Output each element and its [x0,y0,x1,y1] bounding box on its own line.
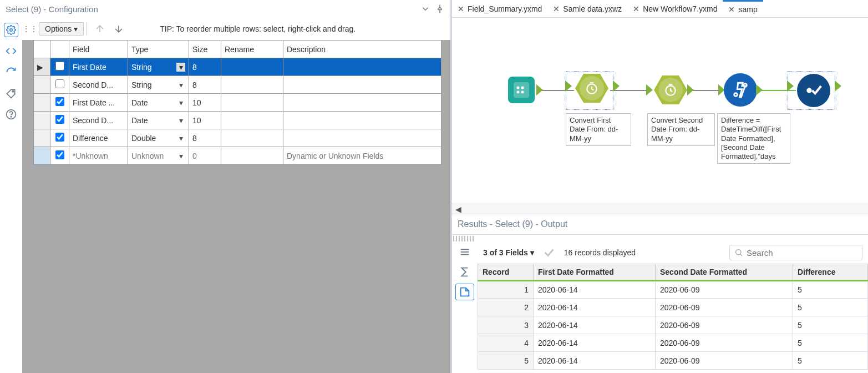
row-checkbox[interactable] [55,150,64,159]
grid-row[interactable]: First Date ...Date▾10 [34,94,441,112]
cell-size[interactable]: 8 [189,76,221,94]
col-rename[interactable]: Rename [221,41,283,58]
options-dropdown[interactable]: Options ▾ [39,22,84,36]
row-header[interactable] [34,147,50,165]
dropdown-icon[interactable]: ▾ [176,116,185,125]
cell-rename[interactable] [221,112,283,129]
row-checkbox-cell[interactable] [50,58,69,76]
cell-description[interactable] [283,129,441,147]
cell-rename[interactable] [221,58,283,76]
results-row[interactable]: 12020-06-142020-06-095 [478,281,868,299]
input-anchor-icon[interactable] [646,84,653,95]
cell-type[interactable]: String▾ [128,58,189,76]
close-icon[interactable]: ✕ [553,4,560,13]
row-checkbox[interactable] [55,133,64,142]
col-record[interactable]: Record [478,264,534,281]
row-checkbox-cell[interactable] [50,147,69,165]
row-header[interactable] [34,94,50,112]
cell-rename[interactable] [221,129,283,147]
cell-type[interactable]: Double▾ [128,129,189,147]
grid-row[interactable]: Second D...Date▾10 [34,112,441,129]
tool-datetime-1[interactable] [575,74,611,103]
rows-view-icon[interactable] [455,244,474,260]
cell-description[interactable]: Dynamic or Unknown Fields [283,147,441,165]
checkmark-icon[interactable] [543,246,555,259]
cell-rename[interactable] [221,76,283,94]
tag-icon[interactable] [4,87,18,100]
cell-type[interactable]: Date▾ [128,94,189,112]
row-checkbox-cell[interactable] [50,129,69,147]
canvas-scrollbar[interactable]: ◀ [452,204,868,214]
close-icon[interactable]: ✕ [728,5,735,14]
workflow-tab[interactable]: ✕New Workflow7.yxmd [627,0,723,17]
dropdown-icon[interactable]: ▾ [176,152,185,160]
cell-rename[interactable] [221,94,283,112]
results-row[interactable]: 52020-06-142020-06-095 [478,352,868,370]
output-anchor-icon[interactable] [687,84,694,95]
input-anchor-icon[interactable] [787,80,794,92]
input-anchor-icon[interactable] [565,80,572,92]
tool-datetime-2[interactable] [654,75,687,104]
row-checkbox[interactable] [55,62,64,70]
col-difference[interactable]: Difference [793,264,868,281]
cell-field[interactable]: *Unknown [69,147,128,165]
close-icon[interactable]: ✕ [633,4,639,13]
close-icon[interactable]: ✕ [458,4,464,13]
col-first-date[interactable]: First Date Formatted [534,264,656,281]
results-grid[interactable]: Record First Date Formatted Second Date … [478,264,868,370]
resize-grip-icon[interactable] [453,236,475,241]
row-checkbox[interactable] [55,115,64,124]
col-desc[interactable]: Description [283,41,441,58]
output-anchor-icon[interactable] [536,84,543,95]
row-checkbox-cell[interactable] [50,76,69,94]
row-checkbox[interactable] [55,97,64,106]
cell-size[interactable]: 10 [189,94,221,112]
cell-type[interactable]: Unknown▾ [128,147,189,165]
drag-handle-icon[interactable]: ⋮⋮ [22,24,35,33]
row-header[interactable] [34,129,50,147]
row-header[interactable] [34,76,50,94]
cell-description[interactable] [283,58,441,76]
row-checkbox-cell[interactable] [50,112,69,129]
tool-formula[interactable] [724,73,757,107]
cell-field[interactable]: First Date [69,58,128,76]
grid-row[interactable]: Second D...String▾8 [34,76,441,94]
grid-row[interactable]: *UnknownUnknown▾0Dynamic or Unknown Fiel… [34,147,441,165]
grid-row[interactable]: DifferenceDouble▾8 [34,129,441,147]
tool-select[interactable] [797,74,830,107]
row-header[interactable]: ▶ [34,58,50,76]
cell-type[interactable]: String▾ [128,76,189,94]
output-anchor-icon[interactable] [613,80,620,92]
dropdown-icon[interactable]: ▾ [176,98,185,107]
col-second-date[interactable]: Second Date Formatted [656,264,793,281]
cell-size[interactable]: 8 [189,129,221,147]
cell-description[interactable] [283,94,441,112]
dropdown-icon[interactable]: ▾ [176,63,185,72]
help-icon[interactable] [4,108,18,121]
metadata-icon[interactable] [455,284,474,300]
cell-field[interactable]: Second D... [69,112,128,129]
col-field[interactable]: Field [69,41,128,58]
row-header[interactable] [34,112,50,129]
fields-grid[interactable]: Field Type Size Rename Description ▶Firs… [33,40,441,165]
scroll-left-icon[interactable]: ◀ [455,205,461,214]
cell-size[interactable]: 0 [189,147,221,165]
pin-icon[interactable] [435,4,445,14]
tool-input-data[interactable] [505,73,538,107]
gear-icon[interactable] [4,23,18,37]
refresh-icon[interactable] [4,65,18,79]
results-row[interactable]: 32020-06-142020-06-095 [478,316,868,334]
chevron-down-icon[interactable] [420,4,430,14]
fields-summary[interactable]: 3 of 3 Fields ▾ [483,248,534,257]
results-row[interactable]: 42020-06-142020-06-095 [478,334,868,352]
row-checkbox[interactable] [55,79,64,88]
cell-size[interactable]: 8 [189,58,221,76]
workflow-tab[interactable]: ✕Samle data.yxwz [547,0,627,17]
grid-row[interactable]: ▶First DateString▾8 [34,58,441,76]
cell-type[interactable]: Date▾ [128,112,189,129]
output-anchor-icon[interactable] [756,84,763,95]
dropdown-icon[interactable]: ▾ [176,134,185,143]
workflow-canvas[interactable]: Convert First Date From: dd-MM-yy Conver… [452,18,868,204]
cell-rename[interactable] [221,147,283,165]
cell-field[interactable]: Difference [69,129,128,147]
